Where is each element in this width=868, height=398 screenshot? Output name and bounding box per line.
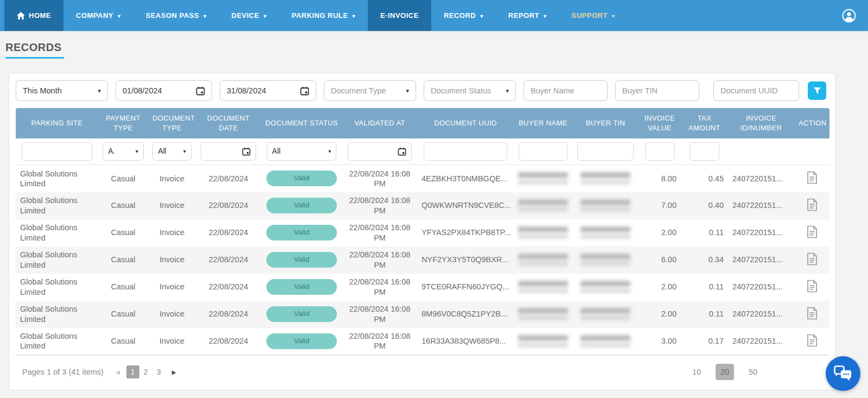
- page-number-buttons: 123: [126, 365, 165, 378]
- nav-item-support[interactable]: SUPPORT▾: [559, 0, 628, 31]
- status-badge: Valid: [266, 333, 337, 349]
- pagination-summary: Pages 1 of 3 (41 items): [22, 368, 104, 376]
- filter-cell-document-date: [196, 138, 261, 165]
- document-type-placeholder: Document Type: [331, 86, 386, 95]
- period-select[interactable]: This Month ▾: [16, 80, 108, 101]
- buyer-name-input[interactable]: [524, 80, 608, 101]
- user-account-icon: [842, 9, 856, 23]
- view-document-button[interactable]: [806, 224, 819, 241]
- column-header-document-status[interactable]: DOCUMENT STATUS: [261, 108, 342, 138]
- cell-document-date: 22/08/2024: [196, 165, 261, 192]
- nav-item-season-pass[interactable]: SEASON PASS▾: [133, 0, 219, 31]
- records-card: This Month ▾ Document Type ▾ Document St…: [9, 73, 835, 390]
- prev-page-button[interactable]: ◀: [113, 367, 122, 377]
- filter-document-uuid-input[interactable]: [424, 142, 508, 161]
- chat-button[interactable]: [826, 356, 860, 391]
- nav-item-label: DEVICE: [232, 11, 259, 20]
- table-header-row: PARKING SITEPAYMENT TYPEDOCUMENT TYPEDOC…: [16, 108, 829, 138]
- cell-payment-type: Casual: [98, 328, 148, 355]
- view-document-button[interactable]: [806, 197, 819, 214]
- next-page-button[interactable]: ▶: [170, 367, 178, 377]
- nav-item-company[interactable]: COMPANY▾: [63, 0, 133, 31]
- cell-parking-site: Global Solutions Limited: [16, 192, 98, 219]
- user-menu-button[interactable]: [842, 0, 856, 31]
- view-document-button[interactable]: [806, 333, 819, 350]
- filter-tax-amount-input[interactable]: [690, 142, 719, 161]
- chevron-down-icon: ▾: [352, 13, 355, 19]
- column-header-document-uuid[interactable]: DOCUMENT UUID: [417, 108, 514, 138]
- filter-bar: This Month ▾ Document Type ▾ Document St…: [9, 73, 835, 108]
- redacted-text: [577, 335, 634, 348]
- column-header-parking-site[interactable]: PARKING SITE: [16, 108, 98, 138]
- filter-parking-site-input[interactable]: [22, 142, 93, 161]
- buyer-tin-input[interactable]: [615, 80, 699, 101]
- nav-item-home[interactable]: HOME: [4, 0, 63, 31]
- cell-validated-at: 22/08/2024 16:08 PM: [342, 274, 417, 301]
- filter-document-status-select[interactable]: All▾: [267, 142, 337, 161]
- view-document-button[interactable]: [806, 279, 819, 295]
- redacted-text: [577, 172, 634, 185]
- cell-document-uuid: YFYAS2PX84TKPB8TP...: [417, 219, 514, 247]
- filter-document-type-select[interactable]: All▾: [152, 142, 192, 161]
- view-document-button[interactable]: [806, 251, 819, 268]
- column-header-invoice-value[interactable]: INVOICE VALUE: [639, 108, 681, 138]
- redacted-text: [518, 335, 568, 348]
- blurred-line: [580, 172, 630, 178]
- page-button-3[interactable]: 3: [152, 365, 165, 378]
- column-header-document-type[interactable]: DOCUMENT TYPE: [148, 108, 196, 138]
- filter-invoice-value-input[interactable]: [645, 142, 675, 161]
- chevron-down-icon: ▾: [480, 13, 483, 19]
- document-uuid-input[interactable]: [713, 80, 799, 101]
- nav-item-device[interactable]: DEVICE▾: [219, 0, 279, 31]
- cell-document-status: Valid: [261, 165, 342, 192]
- cell-parking-site: Global Solutions Limited: [16, 247, 98, 274]
- document-status-select[interactable]: Document Status ▾: [424, 80, 516, 101]
- chevron-down-icon: ▾: [544, 13, 547, 19]
- nav-item-parking-rule[interactable]: PARKING RULE▾: [279, 0, 368, 31]
- blurred-line: [518, 261, 568, 266]
- date-from-value[interactable]: [123, 86, 185, 95]
- date-to-input[interactable]: [220, 80, 316, 101]
- calendar-icon: [398, 147, 406, 156]
- filter-payment-type-select[interactable]: A.▾: [103, 142, 143, 161]
- column-header-buyer-name[interactable]: BUYER NAME: [514, 108, 572, 138]
- status-badge: Valid: [266, 170, 337, 186]
- status-badge: Valid: [266, 279, 337, 295]
- blurred-line: [518, 226, 568, 232]
- column-header-buyer-tin[interactable]: BUYER TIN: [572, 108, 639, 138]
- filter-document-date-date-input[interactable]: [201, 142, 256, 161]
- view-document-button[interactable]: [806, 170, 819, 187]
- document-type-select[interactable]: Document Type ▾: [324, 80, 416, 101]
- page-size-button-50[interactable]: 50: [744, 364, 762, 380]
- page-button-2[interactable]: 2: [139, 365, 152, 378]
- filter-validated-at-date-input[interactable]: [348, 142, 412, 161]
- column-header-payment-type[interactable]: PAYMENT TYPE: [98, 108, 148, 138]
- page-size-button-10[interactable]: 10: [687, 364, 706, 380]
- page-button-1[interactable]: 1: [126, 365, 139, 378]
- filter-select-value: A.: [108, 147, 115, 156]
- nav-item-record[interactable]: RECORD▾: [431, 0, 496, 31]
- filter-buyer-tin-input[interactable]: [577, 142, 633, 161]
- view-document-button[interactable]: [806, 306, 819, 323]
- column-header-validated-at[interactable]: VALIDATED AT: [342, 108, 417, 138]
- column-header-invoice-id-number[interactable]: INVOICE ID/NUMBER: [728, 108, 794, 138]
- date-from-input[interactable]: [116, 80, 212, 101]
- cell-document-type: Invoice: [148, 247, 196, 274]
- column-header-tax-amount[interactable]: TAX AMOUNT: [681, 108, 728, 138]
- nav-item-report[interactable]: REPORT▾: [496, 0, 559, 31]
- column-header-action[interactable]: ACTION: [794, 108, 829, 138]
- cell-tax-amount: 0.34: [681, 247, 728, 274]
- cell-validated-at: 22/08/2024 16:08 PM: [342, 247, 417, 274]
- nav-item-e-invoice[interactable]: E-INVOICE: [368, 0, 431, 31]
- filter-buyer-name-input[interactable]: [519, 142, 567, 161]
- pagination-pages: Pages 1 of 3 (41 items) ◀ 123 ▶: [22, 365, 178, 378]
- table-row: Global Solutions LimitedCasualInvoice22/…: [16, 274, 829, 301]
- page-size-button-20[interactable]: 20: [716, 364, 734, 380]
- column-header-document-date[interactable]: DOCUMENT DATE: [196, 108, 261, 138]
- filter-button[interactable]: [808, 81, 826, 100]
- document-icon: [807, 171, 818, 184]
- cell-buyer-tin: [572, 301, 639, 328]
- cell-payment-type: Casual: [98, 274, 148, 301]
- date-to-value[interactable]: [227, 86, 289, 95]
- cell-buyer-tin: [572, 328, 639, 355]
